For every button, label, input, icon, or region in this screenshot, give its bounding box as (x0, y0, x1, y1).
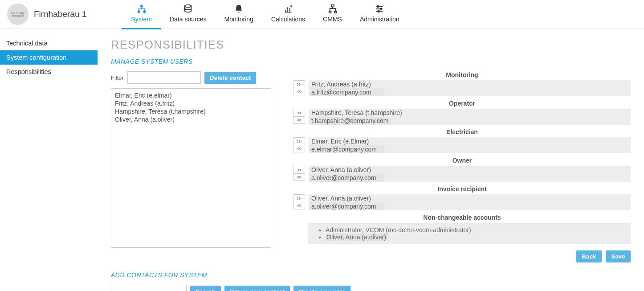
list-item[interactable]: Fritz, Andreas (a.fritz) (113, 99, 269, 107)
assign-arrows: ≫≪ (293, 109, 305, 124)
assigned-name: Hampshire, Teresa (t.hampshire) (309, 109, 631, 117)
assign-right-icon[interactable]: ≫ (294, 195, 305, 202)
hierarchy-icon (137, 4, 147, 14)
assigned-email[interactable]: t.hampshire@company.com (309, 117, 391, 125)
tab-data-sources[interactable]: Data sources (161, 0, 215, 29)
tab-label: System (131, 16, 152, 23)
role-title: Monitoring (293, 71, 631, 78)
assigned-name: Oliver, Anna (a.oliver) (309, 194, 631, 202)
svg-point-3 (185, 4, 192, 7)
svg-point-8 (380, 8, 382, 10)
assign-left-icon[interactable]: ≪ (294, 202, 305, 209)
assigned-email[interactable]: a.oliver@company.com (309, 202, 384, 210)
filter-input[interactable] (127, 71, 201, 84)
assign-arrows: ≫≪ (293, 166, 305, 181)
svg-point-7 (377, 5, 379, 7)
tab-label: Calculations (271, 16, 305, 23)
tab-calculations[interactable]: Calculations (262, 0, 314, 29)
list-item[interactable]: Elmar, Eric (e.elmar) (113, 91, 269, 99)
tab-label: Monitoring (224, 16, 253, 23)
nonchangeable-item: Administrator, VCOM (mc-demo-vcom-admini… (326, 226, 623, 234)
assign-arrows: ≫≪ (293, 194, 305, 209)
page-title: RESPONSIBILITIES (111, 38, 631, 52)
assign-right-icon[interactable]: ≫ (294, 109, 305, 116)
tab-cmms[interactable]: CMMS (314, 0, 351, 29)
filter-label: Filter (111, 74, 124, 81)
tab-label: Administration (360, 16, 399, 23)
assign-left-icon[interactable]: ≪ (294, 145, 305, 152)
svg-rect-1 (137, 10, 140, 12)
assign-left-icon[interactable]: ≪ (294, 88, 305, 95)
assigned-box: Fritz, Andreas (a.fritz)a.fritz@company.… (309, 80, 631, 96)
sidebar-item-responsibilities[interactable]: Responsibilities (0, 65, 98, 79)
assigned-box: Oliver, Anna (a.oliver)a.oliver@company.… (309, 194, 631, 210)
tab-administration[interactable]: Administration (351, 0, 408, 29)
sliders-icon (375, 4, 384, 14)
svg-rect-4 (331, 4, 334, 7)
svg-rect-6 (334, 11, 336, 13)
setup-new-contact-button[interactable]: Set up new contact (224, 286, 290, 291)
content: RESPONSIBILITIES MANAGE SYSTEM USERS Fil… (98, 29, 644, 291)
tab-system[interactable]: System (122, 0, 161, 29)
svg-rect-0 (140, 4, 143, 7)
assigned-name: Oliver, Anna (a.oliver) (309, 166, 631, 174)
tools-icon (328, 4, 338, 14)
save-button[interactable]: Save (606, 250, 631, 262)
svg-rect-2 (143, 10, 146, 12)
assigned-name: Fritz, Andreas (a.fritz) (309, 80, 631, 88)
assigned-box: Oliver, Anna (a.oliver)a.oliver@company.… (309, 166, 631, 182)
delete-contact-button[interactable]: Delete contact (204, 72, 256, 84)
assign-left-icon[interactable]: ≪ (294, 173, 305, 180)
add-contact-input[interactable] (111, 285, 187, 291)
top-tabs: System Data sources Monitoring Calculati… (122, 0, 408, 29)
tab-label: CMMS (323, 16, 342, 23)
nonchangeable-box: Administrator, VCOM (mc-demo-vcom-admini… (308, 223, 631, 244)
site-title: Firnhaberau 1 (34, 9, 86, 19)
assign-arrows: ≫≪ (293, 80, 305, 95)
list-item[interactable]: Oliver, Anna (a.oliver) (113, 115, 269, 123)
assigned-email[interactable]: a.fritz@company.com (309, 88, 384, 96)
assigned-email[interactable]: a.oliver@company.com (309, 174, 384, 182)
nonchangeable-title: Non-changeable accounts (293, 214, 631, 221)
assign-left-icon[interactable]: ≪ (294, 116, 305, 123)
svg-point-9 (378, 10, 380, 12)
back-button[interactable]: Back (576, 250, 601, 262)
sidebar-item-technical-data[interactable]: Technical data (0, 36, 98, 50)
database-icon (183, 4, 193, 14)
sidebar-item-system-configuration[interactable]: System configuration (0, 50, 98, 65)
svg-rect-5 (329, 11, 331, 13)
assigned-email[interactable]: e.elmar@company.com (309, 145, 384, 153)
contacts-listbox[interactable]: Elmar, Eric (e.elmar) Fritz, Andreas (a.… (111, 88, 271, 248)
assigned-box: Hampshire, Teresa (t.hampshire)t.hampshi… (309, 109, 631, 125)
list-item[interactable]: Hampshire, Teresa (t.hampshire) (113, 107, 269, 115)
nonchangeable-item: Oliver, Anna (a.oliver) (326, 234, 623, 241)
assign-right-icon[interactable]: ≫ (294, 166, 305, 173)
role-title: Owner (293, 157, 631, 164)
tab-label: Data sources (170, 16, 206, 23)
chart-icon (283, 4, 293, 14)
role-title: Electrician (293, 128, 631, 135)
create-new-user-button[interactable]: Create new user (293, 286, 351, 291)
assigned-box: Elmar, Eric (e.Elmar)e.elmar@company.com (309, 137, 631, 153)
role-title: Operator (293, 100, 631, 107)
manage-users-title: MANAGE SYSTEM USERS (111, 58, 631, 65)
search-button[interactable]: Search (190, 286, 221, 291)
site-logo: No image available (7, 4, 29, 25)
assigned-name: Elmar, Eric (e.Elmar) (309, 137, 631, 145)
bell-icon (234, 4, 244, 14)
assign-arrows: ≫≪ (293, 137, 305, 152)
role-title: Invoice recipient (293, 185, 631, 193)
add-contacts-title: ADD CONTACTS FOR SYSTEM (111, 271, 631, 279)
tab-monitoring[interactable]: Monitoring (215, 0, 262, 29)
sidebar: Technical data System configuration Resp… (0, 29, 98, 291)
assign-right-icon[interactable]: ≫ (294, 81, 305, 88)
assign-right-icon[interactable]: ≫ (294, 138, 305, 145)
header: No image available Firnhaberau 1 System … (0, 0, 644, 29)
